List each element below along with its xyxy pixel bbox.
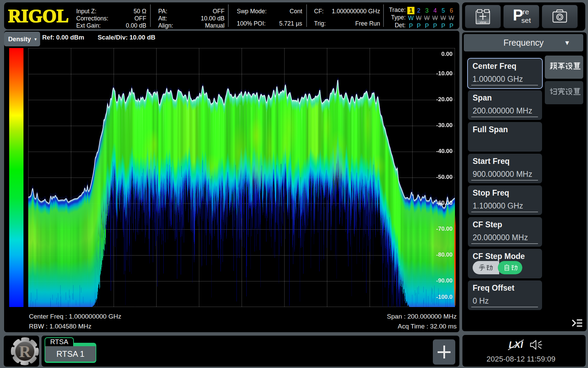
svg-text:R: R bbox=[19, 342, 31, 361]
svg-text:view: view bbox=[479, 20, 486, 24]
svg-text:RIGOL: RIGOL bbox=[8, 7, 69, 26]
